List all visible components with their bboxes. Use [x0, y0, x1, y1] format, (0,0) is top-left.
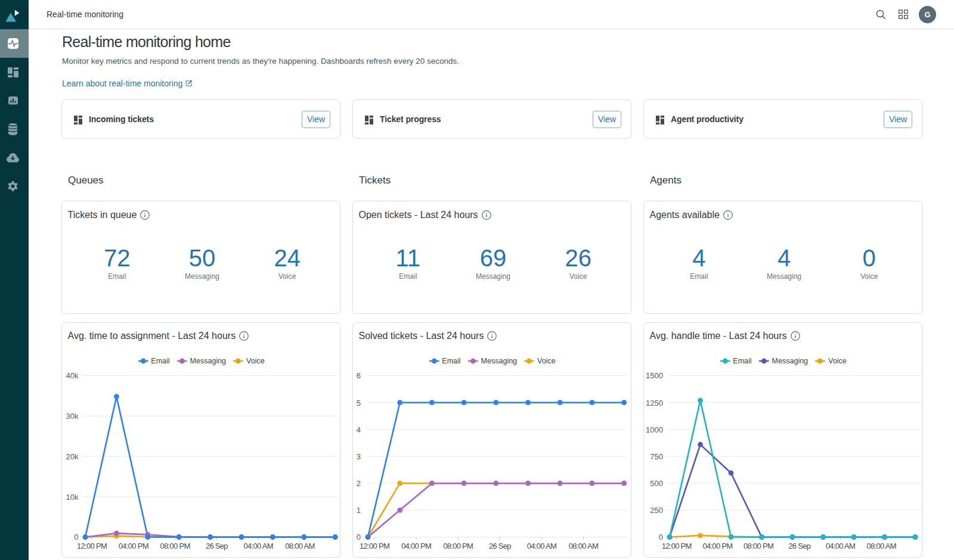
- svg-text:5: 5: [357, 399, 361, 407]
- svg-text:750: 750: [650, 452, 663, 461]
- svg-text:1500: 1500: [646, 371, 663, 380]
- svg-text:08:00 AM: 08:00 AM: [867, 542, 896, 550]
- svg-text:04:00 AM: 04:00 AM: [527, 542, 556, 550]
- svg-text:20k: 20k: [66, 452, 79, 461]
- svg-text:08:00 PM: 08:00 PM: [160, 542, 190, 550]
- svg-text:08:00 PM: 08:00 PM: [744, 542, 773, 550]
- svg-text:04:00 AM: 04:00 AM: [244, 542, 273, 550]
- svg-text:26 Sep: 26 Sep: [206, 542, 228, 550]
- svg-text:08:00 PM: 08:00 PM: [443, 542, 473, 550]
- svg-text:12:00 PM: 12:00 PM: [77, 542, 107, 550]
- svg-text:3: 3: [357, 452, 361, 461]
- svg-text:6: 6: [357, 371, 361, 380]
- svg-text:1: 1: [357, 506, 361, 515]
- svg-text:30k: 30k: [66, 412, 79, 421]
- svg-text:500: 500: [650, 479, 663, 488]
- svg-text:1000: 1000: [646, 425, 663, 434]
- svg-text:04:00 PM: 04:00 PM: [119, 542, 148, 550]
- svg-text:04:00 PM: 04:00 PM: [401, 542, 431, 550]
- svg-text:250: 250: [650, 506, 663, 515]
- svg-text:0: 0: [659, 533, 663, 542]
- svg-text:12:00 PM: 12:00 PM: [662, 542, 692, 550]
- svg-text:04:00 PM: 04:00 PM: [702, 542, 732, 550]
- svg-text:1250: 1250: [646, 399, 663, 407]
- svg-text:2: 2: [357, 479, 361, 488]
- svg-text:26 Sep: 26 Sep: [489, 542, 511, 550]
- svg-text:0: 0: [74, 533, 78, 542]
- svg-text:4: 4: [357, 425, 361, 434]
- svg-text:40k: 40k: [66, 371, 79, 380]
- svg-text:04:00 AM: 04:00 AM: [826, 542, 855, 550]
- svg-text:08:00 AM: 08:00 AM: [569, 542, 598, 550]
- svg-text:26 Sep: 26 Sep: [788, 542, 810, 550]
- svg-text:10k: 10k: [66, 493, 79, 502]
- svg-text:0: 0: [357, 533, 361, 542]
- svg-text:08:00 AM: 08:00 AM: [285, 542, 314, 550]
- svg-text:12:00 PM: 12:00 PM: [360, 542, 389, 550]
